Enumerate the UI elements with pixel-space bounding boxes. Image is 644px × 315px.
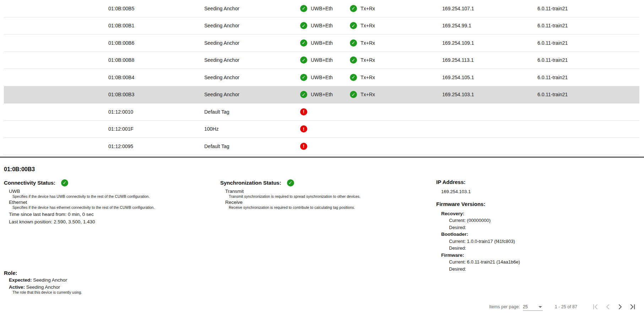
sync-status-label: Tx+Rx — [361, 75, 375, 80]
sync-status-label: Tx+Rx — [361, 92, 375, 97]
role-active: Active: Seeding Anchor — [9, 284, 82, 290]
connectivity-items: UWB Specifies if the device has UWB conn… — [4, 188, 217, 210]
connectivity-status-icon — [300, 39, 307, 47]
sync-status-label: Tx+Rx — [361, 6, 375, 11]
cell-role: Seeding Anchor — [204, 57, 300, 63]
role-active-label: Active: — [9, 284, 25, 290]
status-item-description: Receive synchronization is required to c… — [229, 205, 430, 210]
firmware-current: Current: 1.0.0-train17 (f41fc803) — [449, 238, 635, 245]
cell-role: Seeding Anchor — [204, 6, 300, 11]
time-since-last-heard: Time since last heard from: 0 min, 0 sec — [9, 211, 217, 217]
detail-device-title: 01:0B:00B3 — [4, 166, 35, 173]
cell-sync — [350, 125, 442, 132]
firmware-desired: Desired: — [449, 266, 635, 273]
connectivity-status-label: UWB+Eth — [311, 57, 333, 63]
cell-ip-address: 169.254.109.1 — [442, 40, 537, 46]
connectivity-status-label: UWB+Eth — [311, 40, 333, 46]
first-page-icon — [592, 304, 599, 310]
sync-status-label: Tx+Rx — [361, 23, 375, 28]
cell-role: 100Hz — [204, 126, 300, 132]
cell-device-id: 01:12:001F — [108, 126, 204, 132]
connectivity-status-icon — [300, 56, 307, 64]
role-expected: Expected: Seeding Anchor — [9, 277, 82, 283]
sync-status-icon — [350, 74, 357, 81]
synchronization-status-section: Synchronization Status: Transmit Transmi… — [220, 179, 430, 210]
cell-role: Seeding Anchor — [204, 75, 300, 80]
device-table-body: 01:0B:00B5 Seeding Anchor UWB+Eth Tx+Rx … — [4, 0, 639, 155]
table-row[interactable]: 01:12:001F 100Hz — [4, 121, 639, 138]
role-active-description: The role that this device is currently u… — [12, 290, 82, 295]
check-circle-icon — [61, 179, 68, 186]
cell-connectivity — [300, 125, 350, 132]
synchronization-status-heading: Synchronization Status: — [220, 180, 281, 186]
cell-role: Seeding Anchor — [204, 40, 300, 46]
sync-items: Transmit Transmit synchronization is req… — [220, 188, 430, 210]
cell-connectivity: UWB+Eth — [300, 5, 350, 12]
table-row[interactable]: 01:0B:00B8 Seeding Anchor UWB+Eth Tx+Rx … — [4, 52, 639, 69]
sync-status-icon — [350, 56, 357, 64]
ip-address-value: 169.254.103.1 — [441, 189, 635, 195]
role-section: Role: Expected: Seeding Anchor Active: S… — [4, 270, 82, 295]
connectivity-status-label: UWB+Eth — [311, 75, 333, 80]
table-row[interactable]: 01:12:0095 Default Tag — [4, 138, 639, 155]
cell-role: Seeding Anchor — [204, 23, 300, 28]
cell-connectivity — [300, 108, 350, 115]
last-page-button[interactable] — [629, 304, 636, 310]
cell-ip-address: 169.254.113.1 — [442, 57, 537, 63]
cell-sync: Tx+Rx — [350, 56, 442, 64]
cell-ip-address: 169.254.103.1 — [442, 92, 537, 97]
cell-ip-address: 169.254.99.1 — [442, 23, 537, 28]
connectivity-status-section: Connectivity Status: UWB Specifies if th… — [4, 179, 217, 225]
firmware-current: Current: 6.0.11-train21 (14aa1b6e) — [449, 259, 635, 266]
cell-connectivity — [300, 143, 350, 150]
cell-device-id: 01:12:0010 — [108, 109, 204, 115]
table-row[interactable]: 01:12:0010 Default Tag — [4, 103, 639, 121]
firmware-section: Firmware: Current: 6.0.11-train21 (14aa1… — [436, 252, 635, 273]
cell-connectivity: UWB+Eth — [300, 22, 350, 29]
first-page-button[interactable] — [592, 304, 599, 310]
status-item-label: Ethernet — [9, 199, 217, 205]
page-size-select[interactable]: 25 — [523, 303, 543, 311]
table-row[interactable]: 01:0B:00B4 Seeding Anchor UWB+Eth Tx+Rx … — [4, 69, 639, 86]
sync-status-icon — [350, 22, 357, 29]
page-size-value: 25 — [523, 304, 528, 310]
last-known-position: Last known position: 2.590, 3.500, 1.430 — [9, 219, 217, 225]
check-circle-icon — [287, 179, 294, 186]
table-row[interactable]: 01:0B:00B6 Seeding Anchor UWB+Eth Tx+Rx … — [4, 34, 639, 52]
connectivity-status-icon — [300, 74, 307, 81]
role-heading: Role: — [4, 270, 82, 276]
table-row[interactable]: 01:0B:00B5 Seeding Anchor UWB+Eth Tx+Rx … — [4, 0, 639, 17]
chevron-down-icon — [539, 306, 542, 308]
role-expected-label: Expected: — [9, 277, 32, 283]
cell-connectivity: UWB+Eth — [300, 91, 350, 98]
next-page-button[interactable] — [617, 304, 623, 310]
cell-device-id: 01:12:0095 — [108, 143, 204, 149]
cell-device-id: 01:0B:00B4 — [108, 75, 204, 80]
previous-page-button[interactable] — [605, 304, 611, 310]
sync-status-label: Tx+Rx — [361, 57, 375, 63]
cell-device-id: 01:0B:00B6 — [108, 40, 204, 46]
connectivity-status-icon — [300, 143, 307, 150]
firmware-section: Bootloader: Current: 1.0.0-train17 (f41f… — [436, 231, 635, 252]
cell-firmware-version: 6.0.11-train21 — [537, 6, 639, 11]
status-item: Transmit Transmit synchronization is req… — [220, 188, 430, 199]
firmware-versions-heading: Firmware Versions: — [436, 201, 635, 207]
connectivity-status-icon — [300, 5, 307, 12]
cell-sync: Tx+Rx — [350, 39, 442, 47]
sync-status-icon — [350, 39, 357, 47]
connectivity-status-icon — [300, 125, 307, 132]
table-row[interactable]: 01:0B:00B1 Seeding Anchor UWB+Eth Tx+Rx … — [4, 17, 639, 35]
cell-connectivity: UWB+Eth — [300, 56, 350, 64]
cell-role: Default Tag — [204, 143, 300, 149]
table-row[interactable]: 01:0B:00B3 Seeding Anchor UWB+Eth Tx+Rx … — [4, 86, 639, 104]
firmware-sections: Recovery: Current: (00000000) Desired: B… — [436, 210, 635, 273]
cell-firmware-version: 6.0.11-train21 — [537, 40, 639, 46]
chevron-right-icon — [617, 304, 623, 310]
cell-role: Default Tag — [204, 109, 300, 115]
sync-status-icon — [350, 5, 357, 12]
cell-device-id: 01:0B:00B1 — [108, 23, 204, 28]
page-range-label: 1 - 25 of 87 — [555, 304, 577, 309]
connectivity-status-icon — [300, 22, 307, 29]
last-page-icon — [629, 304, 636, 310]
cell-sync — [350, 108, 442, 115]
